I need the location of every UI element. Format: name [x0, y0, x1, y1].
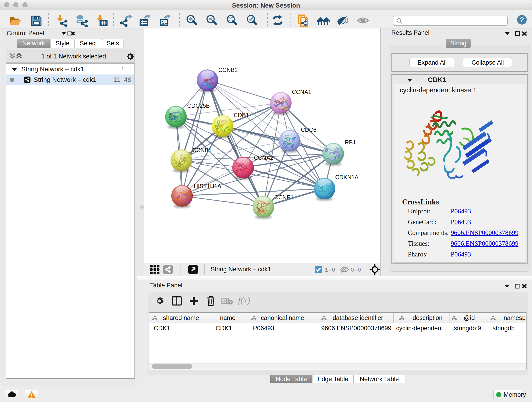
svg-text:CDC25B: CDC25B: [187, 102, 210, 109]
svg-text:CCNB1: CCNB1: [192, 147, 212, 153]
svg-text:CCNA1: CCNA1: [292, 89, 311, 95]
svg-text:CCNE1: CCNE1: [274, 194, 294, 201]
svg-text:CDKN1A: CDKN1A: [335, 174, 359, 180]
svg-text:CDK1: CDK1: [234, 112, 249, 118]
svg-text:HIST1H1A: HIST1H1A: [194, 183, 221, 189]
svg-text:CCNB2: CCNB2: [218, 67, 238, 73]
svg-text:CDC6: CDC6: [301, 127, 317, 133]
svg-text:?: ?: [520, 16, 524, 23]
svg-text:RB1: RB1: [345, 139, 356, 146]
svg-text:CCNA2: CCNA2: [254, 154, 273, 161]
